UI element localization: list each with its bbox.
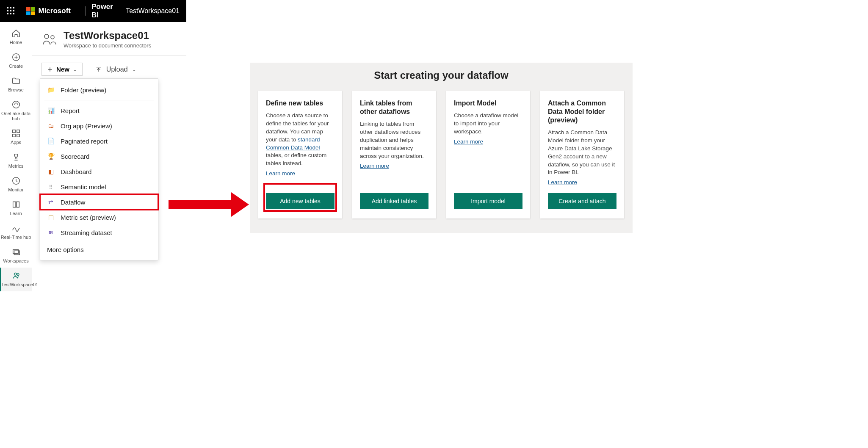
nav-monitor[interactable]: Monitor: [0, 173, 32, 196]
plus-icon: [47, 66, 53, 72]
semantic-icon: ⁝⁝: [47, 183, 55, 191]
nav-monitor-label: Monitor: [0, 187, 32, 192]
menu-folder-label: Folder (preview): [61, 86, 106, 94]
add-new-tables-button[interactable]: Add new tables: [266, 193, 334, 209]
menu-more-options[interactable]: More options: [40, 240, 158, 257]
nav-create[interactable]: Create: [0, 49, 32, 73]
learn-more-link[interactable]: Learn more: [454, 138, 522, 145]
realtime-icon: [11, 224, 21, 233]
nav-browse-label: Browse: [0, 87, 32, 92]
nav-home[interactable]: Home: [0, 25, 32, 49]
learn-more-link[interactable]: Learn more: [360, 163, 428, 169]
streaming-icon: ≋: [47, 229, 55, 236]
nav-home-label: Home: [0, 40, 32, 45]
svg-rect-7: [17, 134, 19, 137]
nav-active-workspace[interactable]: TestWorkspace01: [0, 268, 32, 291]
apps-icon: [11, 129, 21, 138]
header-workspace-label: TestWorkspace01: [126, 7, 180, 15]
menu-metricset[interactable]: ◫ Metric set (preview): [40, 210, 158, 225]
workspace-title: TestWorkspace01: [64, 30, 151, 41]
toolbar: New ⌄ Upload ⌄: [32, 56, 186, 76]
panel-title: Start creating your dataflow: [258, 69, 624, 81]
card-body: Choose a data source to define the table…: [266, 112, 334, 168]
learn-more-link[interactable]: Learn more: [548, 179, 616, 185]
menu-semantic-label: Semantic model: [61, 183, 106, 191]
menu-semantic[interactable]: ⁝⁝ Semantic model: [40, 179, 158, 194]
app-launcher-icon[interactable]: [7, 7, 14, 15]
folder-icon: [11, 76, 21, 86]
menu-dataflow[interactable]: ⇄ Dataflow: [40, 194, 158, 210]
trophy-icon: [11, 152, 21, 162]
card-title: Link tables from other dataflows: [360, 99, 428, 116]
svg-point-11: [14, 273, 17, 276]
menu-dataflow-label: Dataflow: [61, 199, 85, 206]
card-body: Choose a dataflow model to import into y…: [454, 112, 522, 136]
nav-browse[interactable]: Browse: [0, 73, 32, 97]
top-header: Microsoft Power BI TestWorkspace01: [0, 0, 186, 22]
nav-apps-label: Apps: [0, 140, 32, 145]
monitor-icon: [11, 176, 21, 185]
microsoft-logo: Microsoft: [26, 7, 71, 15]
new-menu: 📁 Folder (preview) 📊 Report 🗂 Org app (P…: [40, 78, 158, 260]
header-divider: [85, 6, 86, 16]
menu-report[interactable]: 📊 Report: [40, 103, 158, 118]
svg-point-12: [17, 274, 19, 276]
menu-dashboard-label: Dashboard: [61, 168, 91, 175]
nav-create-label: Create: [0, 64, 32, 69]
chevron-down-icon: ⌄: [73, 66, 77, 72]
menu-scorecard-label: Scorecard: [61, 153, 89, 160]
card-body: Attach a Common Data Model folder from y…: [548, 129, 616, 177]
nav-workspaces[interactable]: Workspaces: [0, 244, 32, 268]
import-model-button[interactable]: Import model: [454, 193, 522, 209]
card-attach-cdm: Attach a Common Data Model folder (previ…: [540, 91, 624, 218]
book-icon: [11, 200, 21, 209]
card-body: Linking to tables from other dataflows r…: [360, 120, 428, 160]
svg-point-3: [12, 101, 19, 108]
card-import-model: Import Model Choose a dataflow model to …: [446, 91, 530, 218]
menu-paginated[interactable]: 📄 Paginated report: [40, 133, 158, 149]
svg-point-13: [44, 34, 49, 39]
product-label: Power BI: [91, 3, 120, 19]
create-and-attach-button[interactable]: Create and attach: [548, 193, 616, 209]
menu-folder[interactable]: 📁 Folder (preview): [40, 82, 158, 97]
svg-rect-10: [14, 251, 19, 255]
new-button[interactable]: New ⌄: [41, 63, 83, 76]
workspace-icon: [12, 271, 21, 280]
nav-rail: Home Create Browse OneLake data hub Apps…: [0, 22, 32, 291]
report-icon: 📊: [47, 107, 55, 114]
menu-report-label: Report: [61, 107, 80, 114]
add-linked-tables-button[interactable]: Add linked tables: [360, 193, 428, 209]
svg-point-14: [51, 36, 54, 39]
nav-learn-label: Learn: [0, 211, 32, 216]
menu-orgapp[interactable]: 🗂 Org app (Preview): [40, 118, 158, 133]
menu-orgapp-label: Org app (Preview): [61, 122, 112, 130]
folder-icon: 📁: [47, 86, 55, 94]
upload-icon: [95, 66, 102, 73]
workspace-subtitle: Workspace to document connectors: [64, 42, 151, 49]
dataflow-start-panel: Start creating your dataflow Define new …: [250, 63, 633, 233]
nav-onelake[interactable]: OneLake data hub: [0, 97, 32, 125]
nav-realtime[interactable]: Real-Time hub: [0, 220, 32, 244]
menu-scorecard[interactable]: 🏆 Scorecard: [40, 149, 158, 164]
learn-more-link[interactable]: Learn more: [266, 170, 334, 177]
upload-button[interactable]: Upload ⌄: [95, 66, 136, 73]
svg-rect-4: [12, 130, 15, 133]
menu-dashboard[interactable]: ◧ Dashboard: [40, 164, 158, 179]
card-link-tables: Link tables from other dataflows Linking…: [352, 91, 436, 218]
chevron-down-icon: ⌄: [132, 66, 136, 72]
workspace-header: TestWorkspace01 Workspace to document co…: [32, 22, 186, 56]
menu-streaming[interactable]: ≋ Streaming dataset: [40, 225, 158, 240]
nav-metrics[interactable]: Metrics: [0, 149, 32, 173]
card-title: Define new tables: [266, 99, 334, 108]
dashboard-icon: ◧: [47, 168, 55, 175]
home-icon: [11, 29, 21, 38]
card-title: Attach a Common Data Model folder (previ…: [548, 99, 616, 124]
paginated-icon: 📄: [47, 137, 55, 145]
svg-rect-6: [12, 134, 15, 137]
metricset-icon: ◫: [47, 213, 55, 221]
nav-active-workspace-label: TestWorkspace01: [1, 282, 32, 287]
nav-metrics-label: Metrics: [0, 163, 32, 169]
nav-learn[interactable]: Learn: [0, 196, 32, 220]
nav-apps[interactable]: Apps: [0, 125, 32, 149]
onelake-icon: [11, 100, 21, 109]
